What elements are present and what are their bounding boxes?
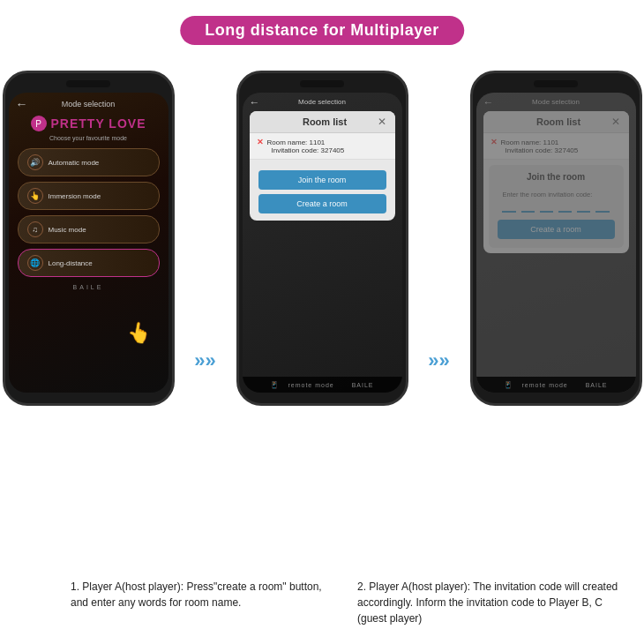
desc-text-1: 1. Player A(host player): Press"create a…: [71, 580, 322, 609]
remote-icon-3: 📱: [504, 381, 513, 389]
gray-overlay: [476, 93, 636, 393]
desc-col-2: 2. Player A(host player): The invitation…: [357, 579, 626, 626]
baile-label-2: BAILE: [352, 382, 374, 388]
phone-2-screen: ← Mode selection Room list ✕ ✕ Room name…: [243, 93, 402, 393]
room-list-header: Room list ✕: [250, 111, 395, 133]
x-mark-1: ✕: [257, 138, 264, 146]
immersion-mode-btn[interactable]: 👆 Immersion mode: [18, 182, 160, 210]
long-distance-label: Long-distance: [49, 259, 93, 267]
invitation-code-text: Invitation code: 327405: [272, 146, 345, 154]
music-mode-btn[interactable]: ♫ Music mode: [18, 215, 160, 243]
title-banner: Long distance for Multiplayer: [180, 16, 464, 45]
mode-buttons: 🔊 Automatic mode 👆 Immersion mode ♫ Musi…: [9, 148, 168, 277]
arrow-1-2: » »: [183, 351, 228, 371]
logo-area: P PRETTY LOVE: [9, 116, 168, 131]
phone-2-mode-label: Mode selection: [298, 98, 346, 106]
create-room-btn[interactable]: Create a room: [258, 194, 386, 213]
music-mode-label: Music mode: [49, 226, 86, 234]
remote-mode-label-3: remote mode: [521, 382, 567, 388]
hand-pointer: 👆: [124, 319, 152, 346]
mode-selection-label: Mode selection: [62, 100, 116, 109]
phone-2-back-icon[interactable]: ←: [250, 96, 260, 109]
phone-3-bottom-bar: 📱 remote mode BAILE: [476, 377, 636, 393]
description-row: 1. Player A(host player): Press"create a…: [18, 579, 626, 626]
baile-label-3: BAILE: [586, 382, 608, 388]
invitation-line: Invitation code: 327405: [257, 146, 388, 154]
phone-1-screen: ← Mode selection P PRETTY LOVE Choose yo…: [9, 93, 168, 393]
choose-label: Choose your favourite mode: [9, 135, 168, 141]
automatic-mode-label: Automatic mode: [49, 159, 100, 167]
long-distance-icon: 🌐: [27, 255, 43, 271]
remote-icon-2: 📱: [270, 381, 279, 389]
room-list-dialog: Room list ✕ ✕ Room name: 1101 Invitation…: [250, 111, 395, 221]
chevron-arrows-2: » »: [428, 351, 450, 371]
chevron-arrows-1: » »: [194, 351, 216, 371]
chevron-4: »: [439, 351, 450, 371]
immersion-mode-label: Immersion mode: [49, 192, 101, 200]
room-name-text: Room name: 1101: [267, 139, 326, 146]
automatic-mode-btn[interactable]: 🔊 Automatic mode: [18, 148, 160, 176]
phones-row: ← Mode selection P PRETTY LOVE Choose yo…: [18, 71, 626, 406]
logo-text: PRETTY LOVE: [51, 116, 146, 131]
back-arrow-icon[interactable]: ←: [16, 97, 28, 111]
desc-col-1: 1. Player A(host player): Press"create a…: [18, 579, 340, 626]
desc-text-2: 2. Player A(host player): The invitation…: [357, 580, 618, 625]
phone-1-header: ← Mode selection: [9, 93, 168, 110]
baile-label-1: BAILE: [9, 284, 168, 290]
phone-3: ← Mode selection Room list ✕ ✕ Room name…: [470, 71, 642, 406]
room-name-line: ✕ Room name: 1101: [257, 138, 388, 146]
phone-3-screen: ← Mode selection Room list ✕ ✕ Room name…: [476, 93, 636, 393]
room-actions: Join the room Create a room: [250, 160, 395, 221]
phone-2-header: ← Mode selection: [243, 93, 402, 108]
room-list-close-btn[interactable]: ✕: [378, 116, 386, 128]
chevron-1: »: [194, 351, 205, 371]
music-mode-icon: ♫: [27, 221, 43, 237]
chevron-3: »: [428, 351, 438, 371]
join-room-btn[interactable]: Join the room: [258, 170, 386, 190]
phone-2-bottom-bar: 📱 remote mode BAILE: [243, 377, 402, 393]
room-list-title: Room list: [273, 116, 378, 127]
long-distance-mode-btn[interactable]: 🌐 Long-distance: [18, 249, 160, 277]
remote-mode-label-2: remote mode: [288, 382, 333, 388]
room-entry: ✕ Room name: 1101 Invitation code: 32740…: [250, 133, 395, 160]
title-text: Long distance for Multiplayer: [205, 21, 439, 39]
logo-icon: P: [31, 116, 47, 131]
automatic-mode-icon: 🔊: [27, 154, 43, 170]
arrow-2-3: » »: [417, 351, 461, 371]
chevron-2: »: [206, 351, 216, 371]
immersion-mode-icon: 👆: [27, 188, 43, 204]
phone-2: ← Mode selection Room list ✕ ✕ Room name…: [236, 71, 408, 406]
phone-1: ← Mode selection P PRETTY LOVE Choose yo…: [3, 71, 175, 406]
